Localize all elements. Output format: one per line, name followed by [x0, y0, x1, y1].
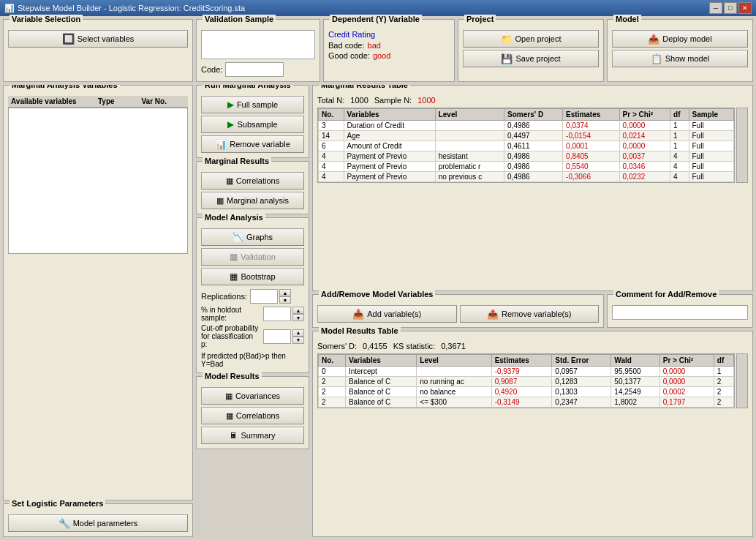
table-row: 1,8002 — [611, 397, 659, 408]
table-row — [435, 121, 504, 131]
table-row: 0 — [319, 367, 346, 377]
dependent-var-group: Dependent (Y) Variable Credit Rating Bad… — [323, 19, 455, 82]
add-remove-group: Add/Remove Model Variables 📥 Add variabl… — [312, 294, 604, 328]
cutoff-down[interactable]: ▼ — [292, 337, 304, 344]
cutoff-up[interactable]: ▲ — [292, 329, 304, 337]
table-row: -0,0154 — [563, 131, 620, 141]
open-project-button[interactable]: 📁 Open project — [463, 30, 599, 48]
table-row: 2 — [319, 377, 346, 387]
table-row: Balance of C — [345, 397, 416, 408]
analysis-table-icon: ▦ — [216, 196, 224, 206]
table-row: Payment of Previo — [344, 172, 435, 182]
table-row: 0,0374 — [563, 121, 620, 131]
table-row: Duration of Credit — [344, 121, 435, 131]
model-params-button[interactable]: 🔧 Model parameters — [8, 514, 188, 532]
table-row: 0,2347 — [552, 397, 611, 408]
marginal-table-scroll[interactable]: No. Variables Level Somers' D Estimates … — [318, 108, 734, 182]
table-row: 2 — [714, 387, 733, 397]
minimize-button[interactable]: ─ — [709, 2, 722, 14]
replications-down[interactable]: ▼ — [279, 296, 291, 304]
summary-button[interactable]: 🖩 Summary — [201, 427, 304, 444]
table-row: 0,4986 — [504, 162, 563, 172]
model-results-section-title: Model Results — [203, 372, 262, 380]
holdout-down[interactable]: ▼ — [292, 314, 304, 321]
model-corr-icon: ▦ — [226, 411, 233, 421]
mcol-variables: Variables — [345, 355, 416, 367]
maximize-button[interactable]: □ — [724, 2, 737, 14]
close-button[interactable]: ✕ — [738, 2, 752, 14]
show-model-button[interactable]: 📋 Show model — [612, 50, 748, 67]
marginal-correlations-button[interactable]: ▦ Correlations — [201, 172, 304, 190]
remove-icon: 📤 — [487, 309, 499, 320]
table-row: 0,8405 — [563, 151, 620, 162]
marginal-analysis-button[interactable]: ▦ Marginal analysis — [201, 192, 304, 209]
table-row: 2 — [319, 397, 346, 408]
holdout-label: % in holdout sample: — [201, 306, 260, 322]
validation-sample-input[interactable] — [201, 30, 315, 59]
table-row: 0,0037 — [619, 151, 670, 162]
credit-rating-link[interactable]: Credit Rating — [328, 30, 375, 39]
add-remove-title: Add/Remove Model Variables — [319, 290, 435, 299]
table-row: 1 — [670, 141, 689, 151]
model-params-icon: 🔧 — [58, 518, 70, 529]
table-row: 0,1303 — [552, 387, 611, 397]
predicted-label: If predicted p(Bad)>p then Y=Bad — [201, 352, 286, 368]
remove-variable-btn[interactable]: 📤 Remove variable(s) — [460, 305, 600, 323]
table-row: Balance of C — [345, 387, 416, 397]
save-project-button[interactable]: 💾 Save project — [463, 50, 599, 67]
comment-input[interactable] — [612, 305, 748, 320]
table-row: 0,4497 — [504, 131, 563, 141]
holdout-up[interactable]: ▲ — [292, 307, 304, 314]
covariances-icon: ▦ — [225, 391, 233, 401]
col-no: No. — [319, 109, 344, 121]
table-row: Full — [689, 121, 734, 131]
model-table-scroll[interactable]: No. Variables Level Estimates Std. Error… — [318, 354, 734, 408]
marginal-table-scrollbar[interactable] — [736, 108, 748, 183]
dependent-var-title: Dependent (Y) Variable — [330, 15, 422, 23]
table-row: Full — [689, 141, 734, 151]
cutoff-input[interactable]: 0,5 — [263, 329, 291, 344]
marginal-results-table-title: Marginal Results Table — [319, 85, 410, 89]
col-variables: Variables — [344, 109, 435, 121]
bootstrap-button[interactable]: ▦ Bootstrap — [201, 268, 304, 285]
covariances-button[interactable]: ▦ Covariances — [201, 387, 304, 405]
model-analysis-title: Model Analysis — [203, 213, 265, 222]
table-row: 0,0000 — [659, 377, 714, 387]
replications-input[interactable]: 100 — [250, 289, 278, 304]
replications-up[interactable]: ▲ — [279, 289, 291, 296]
add-variable-button[interactable]: 📥 Add variable(s) — [317, 305, 457, 323]
mcol-pr-chi2: Pr > Chi² — [659, 355, 714, 367]
col-sample: Sample — [689, 109, 734, 121]
mcol-estimates: Estimates — [491, 355, 552, 367]
marginal-results-group: Marginal Results ▦ Correlations ▦ Margin… — [196, 161, 309, 214]
set-logistic-group: Set Logistic Parameters 🔧 Model paramete… — [3, 503, 193, 537]
code-input[interactable] — [225, 62, 284, 77]
model-group: Model 📤 Deploy model 📋 Show model — [607, 19, 753, 82]
validation-button[interactable]: ▦ Validation — [201, 248, 304, 266]
save-icon: 💾 — [501, 53, 513, 64]
cutoff-label: Cut-off probability for classification p… — [201, 324, 260, 348]
select-variables-button[interactable]: 🔲 Select variables — [8, 30, 188, 48]
graphs-button[interactable]: 📉 Graphs — [201, 228, 304, 246]
holdout-input[interactable]: 25 — [263, 307, 291, 321]
bad-code-value: bad — [368, 41, 381, 50]
subsample-button[interactable]: ▶ Subsample — [201, 116, 304, 133]
table-row: -0,3149 — [491, 397, 552, 408]
mcol-df: df — [714, 355, 733, 367]
full-sample-button[interactable]: ▶ Full sample — [201, 96, 304, 113]
col-somers: Somers' D — [504, 109, 563, 121]
model-correlations-button[interactable]: ▦ Correlations — [201, 407, 304, 424]
table-row: 4 — [319, 151, 344, 162]
model-table-scrollbar[interactable] — [736, 353, 748, 408]
comment-group: Comment for Add/Remove — [607, 294, 753, 328]
run-marginal-title: Run Marginal Analysis — [203, 85, 293, 89]
table-row — [435, 131, 504, 141]
sample-n-label: Sample N: — [374, 96, 412, 105]
table-row: 0,0000 — [619, 141, 670, 151]
run-marginal-group: Run Marginal Analysis ▶ Full sample ▶ Su… — [196, 85, 309, 158]
deploy-icon: 📤 — [648, 34, 659, 45]
table-row: 0,9087 — [491, 377, 552, 387]
remove-variable-button[interactable]: 📊 Remove variable — [201, 135, 304, 153]
deploy-model-button[interactable]: 📤 Deploy model — [612, 30, 748, 48]
mcol-wald: Wald — [611, 355, 659, 367]
